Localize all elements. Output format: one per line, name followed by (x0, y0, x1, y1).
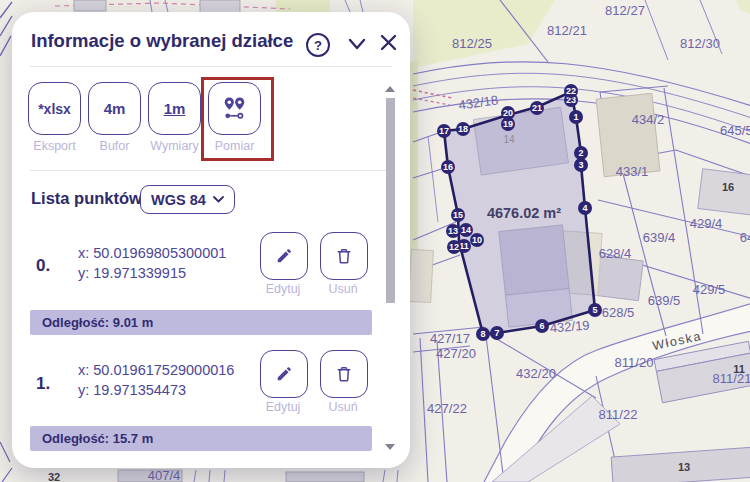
measure-point-marker[interactable]: 7 (490, 326, 504, 340)
parcel-number-label: 811/21 (713, 371, 750, 386)
parcel-number-label: 429/5 (693, 282, 726, 297)
point-coordinates: x: 50.019617529000016 y: 19.971354473 (78, 360, 234, 400)
delete-point-button[interactable] (320, 350, 368, 398)
edit-button-label: Edytuj (253, 400, 313, 414)
point-y: y: 19.971339915 (78, 263, 226, 283)
scrollbar-up-arrow[interactable] (385, 86, 395, 92)
measure-point-marker[interactable]: 3 (574, 158, 588, 172)
header-divider (30, 66, 392, 67)
svg-text:13: 13 (448, 226, 458, 236)
svg-text:10: 10 (472, 235, 482, 245)
export-button[interactable]: *xlsx (28, 82, 81, 135)
parcel-number-label: 639/5 (648, 293, 681, 308)
section-divider (30, 170, 392, 171)
delete-button-label: Usuń (313, 282, 373, 296)
svg-text:19: 19 (503, 119, 513, 129)
svg-text:16: 16 (443, 162, 453, 172)
chevron-down-icon[interactable] (348, 38, 366, 50)
dimensions-label: Wymiary (148, 139, 201, 153)
dimensions-button[interactable]: 1m (148, 82, 201, 135)
crs-dropdown-value: WGS 84 (151, 192, 206, 208)
measure-pins-icon (221, 95, 248, 122)
svg-text:17: 17 (439, 126, 449, 136)
delete-button-label: Usuń (313, 400, 373, 414)
building-number-label: 13 (678, 461, 690, 473)
edit-point-button[interactable] (260, 232, 308, 280)
svg-text:7: 7 (494, 328, 499, 338)
measure-point-marker[interactable]: 8 (476, 327, 490, 341)
parcel-number-label: 434/2 (632, 112, 665, 127)
pencil-icon (274, 246, 294, 266)
pencil-icon (274, 364, 294, 384)
parcel-number-label: 432/19 (549, 318, 590, 336)
parcel-number-label: 628/4 (599, 246, 632, 261)
svg-text:18: 18 (458, 124, 468, 134)
svg-text:1: 1 (573, 112, 578, 122)
close-icon[interactable] (380, 34, 397, 51)
parcel-number-label: 429/4 (690, 216, 723, 231)
delete-point-button[interactable] (320, 232, 368, 280)
svg-text:12: 12 (449, 242, 459, 252)
measure-point-marker[interactable]: 16 (441, 160, 455, 174)
svg-text:15: 15 (453, 210, 463, 220)
svg-text:20: 20 (503, 108, 513, 118)
point-index: 1. (36, 374, 50, 394)
parcel-number-label: 812/21 (547, 23, 587, 38)
edit-point-button[interactable] (260, 350, 308, 398)
parcel-number-label: 811/20 (615, 355, 654, 370)
measure-point-marker[interactable]: 17 (437, 124, 451, 138)
measure-point-marker[interactable]: 21 (530, 101, 544, 115)
measure-point-marker[interactable]: 12 (447, 240, 461, 254)
point-coordinates: x: 50.01969805300001 y: 19.971339915 (78, 243, 226, 283)
edit-button-label: Edytuj (253, 282, 313, 296)
parcel-number-label: 427/20 (436, 346, 476, 361)
measure-point-marker[interactable]: 10 (470, 233, 484, 247)
parcel-number-label: 645/55 (720, 123, 750, 138)
parcel-number-label: 427/22 (427, 401, 467, 416)
buffer-label: Bufor (88, 139, 141, 153)
measure-point-marker[interactable]: 14 (459, 223, 473, 237)
building-number-label: 32 (48, 471, 60, 482)
measure-point-marker[interactable]: 18 (456, 122, 470, 136)
svg-text:6: 6 (539, 321, 544, 331)
svg-text:5: 5 (592, 305, 597, 315)
parcel-info-panel: Informacje o wybranej działce ? *xlsx Ek… (12, 12, 410, 468)
parcel-number-label: 407/4 (148, 468, 181, 482)
parcel-number-label: 432/20 (516, 366, 556, 381)
measure-point-marker[interactable]: 15 (451, 208, 465, 222)
distance-bar: Odległość: 9.01 m (30, 310, 372, 335)
measure-point-marker[interactable]: 22 (564, 84, 578, 98)
parcel-number-label: 64 (740, 230, 750, 245)
measure-label: Pomiar (208, 139, 261, 153)
chevron-down-icon (213, 196, 224, 203)
points-list-heading: Lista punktów (31, 189, 142, 208)
crs-dropdown[interactable]: WGS 84 (140, 185, 235, 214)
measure-point-marker[interactable]: 13 (446, 224, 460, 238)
parcel-number-label: 427/17 (430, 331, 470, 346)
parcel-number-label: 812/25 (452, 36, 492, 51)
scrollbar-thumb[interactable] (386, 98, 395, 303)
measure-point-marker[interactable]: 5 (588, 303, 602, 317)
point-index: 0. (36, 256, 50, 276)
measure-button[interactable] (208, 82, 261, 135)
svg-text:2: 2 (578, 148, 583, 158)
scrollbar-down-arrow[interactable] (385, 444, 395, 450)
tools-row: *xlsx Eksport 4m Bufor 1m Wymiary (28, 82, 261, 153)
distance-bar: Odległość: 15.7 m (30, 426, 372, 451)
measure-point-marker[interactable]: 20 (501, 106, 515, 120)
help-icon[interactable]: ? (306, 33, 330, 57)
measure-point-marker[interactable]: 2 (574, 146, 588, 160)
svg-text:3: 3 (578, 160, 583, 170)
buffer-button[interactable]: 4m (88, 82, 141, 135)
measure-point-marker[interactable]: 4 (578, 201, 592, 215)
measure-point-marker[interactable]: 1 (569, 110, 583, 124)
measure-point-marker[interactable]: 6 (535, 319, 549, 333)
parcel-number-label: 628/5 (602, 305, 635, 320)
parcel-area-label: 4676.02 m² (487, 205, 561, 221)
panel-title: Informacje o wybranej działce (31, 30, 293, 52)
trash-icon (334, 246, 354, 266)
svg-text:4: 4 (582, 203, 587, 213)
svg-text:14: 14 (461, 225, 471, 235)
building-number-label: 16 (722, 181, 734, 193)
parcel-number-label: 639/4 (643, 230, 676, 245)
